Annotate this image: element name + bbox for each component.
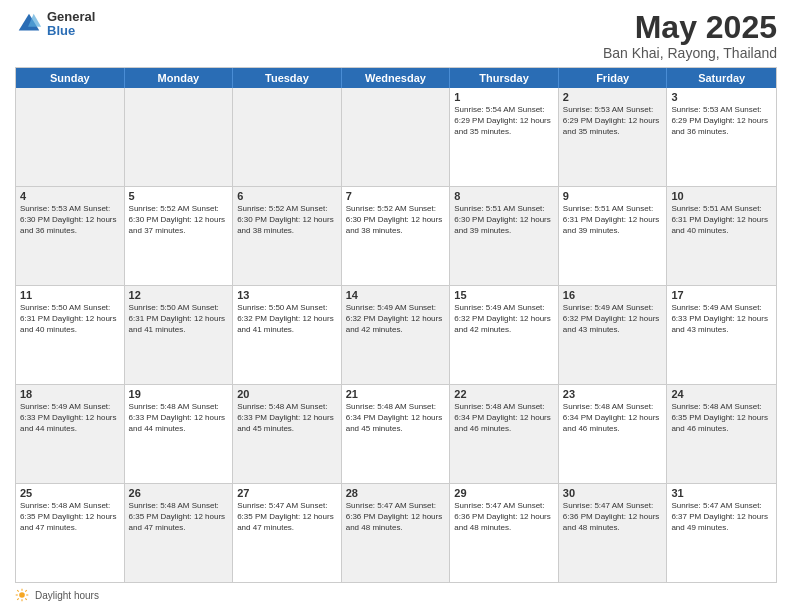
calendar-cell-empty (125, 88, 234, 186)
calendar-cell-2: 2Sunrise: 5:53 AM Sunset: 6:29 PM Daylig… (559, 88, 668, 186)
day-number: 23 (563, 388, 663, 400)
cell-info: Sunrise: 5:50 AM Sunset: 6:32 PM Dayligh… (237, 303, 337, 335)
calendar-cell-empty (342, 88, 451, 186)
cell-info: Sunrise: 5:48 AM Sunset: 6:33 PM Dayligh… (129, 402, 229, 434)
cell-info: Sunrise: 5:51 AM Sunset: 6:31 PM Dayligh… (563, 204, 663, 236)
day-number: 27 (237, 487, 337, 499)
calendar-cell-26: 26Sunrise: 5:48 AM Sunset: 6:35 PM Dayli… (125, 484, 234, 582)
calendar-cell-1: 1Sunrise: 5:54 AM Sunset: 6:29 PM Daylig… (450, 88, 559, 186)
logo: General Blue (15, 10, 95, 39)
day-number: 28 (346, 487, 446, 499)
cell-info: Sunrise: 5:53 AM Sunset: 6:29 PM Dayligh… (563, 105, 663, 137)
calendar-row-4: 18Sunrise: 5:49 AM Sunset: 6:33 PM Dayli… (16, 385, 776, 484)
cell-info: Sunrise: 5:53 AM Sunset: 6:30 PM Dayligh… (20, 204, 120, 236)
cell-info: Sunrise: 5:52 AM Sunset: 6:30 PM Dayligh… (237, 204, 337, 236)
cell-info: Sunrise: 5:50 AM Sunset: 6:31 PM Dayligh… (129, 303, 229, 335)
weekday-header-friday: Friday (559, 68, 668, 88)
calendar-cell-20: 20Sunrise: 5:48 AM Sunset: 6:33 PM Dayli… (233, 385, 342, 483)
main-title: May 2025 (603, 10, 777, 45)
svg-point-2 (19, 592, 25, 598)
cell-info: Sunrise: 5:47 AM Sunset: 6:36 PM Dayligh… (346, 501, 446, 533)
day-number: 16 (563, 289, 663, 301)
cell-info: Sunrise: 5:48 AM Sunset: 6:35 PM Dayligh… (129, 501, 229, 533)
logo-blue-text: Blue (47, 24, 95, 38)
day-number: 9 (563, 190, 663, 202)
calendar-cell-27: 27Sunrise: 5:47 AM Sunset: 6:35 PM Dayli… (233, 484, 342, 582)
day-number: 5 (129, 190, 229, 202)
cell-info: Sunrise: 5:51 AM Sunset: 6:31 PM Dayligh… (671, 204, 772, 236)
cell-info: Sunrise: 5:48 AM Sunset: 6:35 PM Dayligh… (20, 501, 120, 533)
day-number: 29 (454, 487, 554, 499)
weekday-header-wednesday: Wednesday (342, 68, 451, 88)
svg-line-7 (17, 590, 18, 591)
subtitle: Ban Khai, Rayong, Thailand (603, 45, 777, 61)
day-number: 7 (346, 190, 446, 202)
calendar-cell-12: 12Sunrise: 5:50 AM Sunset: 6:31 PM Dayli… (125, 286, 234, 384)
day-number: 21 (346, 388, 446, 400)
day-number: 25 (20, 487, 120, 499)
weekday-header-saturday: Saturday (667, 68, 776, 88)
cell-info: Sunrise: 5:48 AM Sunset: 6:34 PM Dayligh… (346, 402, 446, 434)
calendar-cell-25: 25Sunrise: 5:48 AM Sunset: 6:35 PM Dayli… (16, 484, 125, 582)
day-number: 12 (129, 289, 229, 301)
cell-info: Sunrise: 5:49 AM Sunset: 6:32 PM Dayligh… (454, 303, 554, 335)
cell-info: Sunrise: 5:49 AM Sunset: 6:33 PM Dayligh… (20, 402, 120, 434)
day-number: 11 (20, 289, 120, 301)
calendar-body: 1Sunrise: 5:54 AM Sunset: 6:29 PM Daylig… (16, 88, 776, 582)
calendar-cell-11: 11Sunrise: 5:50 AM Sunset: 6:31 PM Dayli… (16, 286, 125, 384)
calendar: SundayMondayTuesdayWednesdayThursdayFrid… (15, 67, 777, 583)
day-number: 30 (563, 487, 663, 499)
day-number: 14 (346, 289, 446, 301)
title-block: May 2025 Ban Khai, Rayong, Thailand (603, 10, 777, 61)
day-number: 19 (129, 388, 229, 400)
svg-line-10 (17, 598, 18, 599)
logo-text: General Blue (47, 10, 95, 39)
day-number: 8 (454, 190, 554, 202)
calendar-cell-28: 28Sunrise: 5:47 AM Sunset: 6:36 PM Dayli… (342, 484, 451, 582)
calendar-cell-18: 18Sunrise: 5:49 AM Sunset: 6:33 PM Dayli… (16, 385, 125, 483)
calendar-cell-empty (16, 88, 125, 186)
calendar-cell-9: 9Sunrise: 5:51 AM Sunset: 6:31 PM Daylig… (559, 187, 668, 285)
sun-icon (15, 588, 29, 602)
cell-info: Sunrise: 5:47 AM Sunset: 6:36 PM Dayligh… (454, 501, 554, 533)
calendar-cell-7: 7Sunrise: 5:52 AM Sunset: 6:30 PM Daylig… (342, 187, 451, 285)
day-number: 22 (454, 388, 554, 400)
day-number: 20 (237, 388, 337, 400)
day-number: 10 (671, 190, 772, 202)
calendar-cell-3: 3Sunrise: 5:53 AM Sunset: 6:29 PM Daylig… (667, 88, 776, 186)
footer-label: Daylight hours (35, 590, 99, 601)
cell-info: Sunrise: 5:48 AM Sunset: 6:34 PM Dayligh… (454, 402, 554, 434)
calendar-cell-19: 19Sunrise: 5:48 AM Sunset: 6:33 PM Dayli… (125, 385, 234, 483)
cell-info: Sunrise: 5:54 AM Sunset: 6:29 PM Dayligh… (454, 105, 554, 137)
svg-line-9 (25, 590, 26, 591)
calendar-cell-21: 21Sunrise: 5:48 AM Sunset: 6:34 PM Dayli… (342, 385, 451, 483)
day-number: 1 (454, 91, 554, 103)
svg-line-8 (25, 598, 26, 599)
day-number: 4 (20, 190, 120, 202)
weekday-header-tuesday: Tuesday (233, 68, 342, 88)
cell-info: Sunrise: 5:52 AM Sunset: 6:30 PM Dayligh… (129, 204, 229, 236)
cell-info: Sunrise: 5:48 AM Sunset: 6:35 PM Dayligh… (671, 402, 772, 434)
calendar-cell-22: 22Sunrise: 5:48 AM Sunset: 6:34 PM Dayli… (450, 385, 559, 483)
cell-info: Sunrise: 5:47 AM Sunset: 6:37 PM Dayligh… (671, 501, 772, 533)
header: General Blue May 2025 Ban Khai, Rayong, … (15, 10, 777, 61)
day-number: 31 (671, 487, 772, 499)
calendar-cell-14: 14Sunrise: 5:49 AM Sunset: 6:32 PM Dayli… (342, 286, 451, 384)
page: General Blue May 2025 Ban Khai, Rayong, … (0, 0, 792, 612)
calendar-row-5: 25Sunrise: 5:48 AM Sunset: 6:35 PM Dayli… (16, 484, 776, 582)
day-number: 18 (20, 388, 120, 400)
calendar-cell-16: 16Sunrise: 5:49 AM Sunset: 6:32 PM Dayli… (559, 286, 668, 384)
cell-info: Sunrise: 5:47 AM Sunset: 6:35 PM Dayligh… (237, 501, 337, 533)
cell-info: Sunrise: 5:49 AM Sunset: 6:32 PM Dayligh… (346, 303, 446, 335)
day-number: 2 (563, 91, 663, 103)
cell-info: Sunrise: 5:49 AM Sunset: 6:33 PM Dayligh… (671, 303, 772, 335)
weekday-header-sunday: Sunday (16, 68, 125, 88)
footer: Daylight hours (15, 588, 777, 602)
weekday-header-thursday: Thursday (450, 68, 559, 88)
day-number: 6 (237, 190, 337, 202)
cell-info: Sunrise: 5:49 AM Sunset: 6:32 PM Dayligh… (563, 303, 663, 335)
calendar-cell-31: 31Sunrise: 5:47 AM Sunset: 6:37 PM Dayli… (667, 484, 776, 582)
cell-info: Sunrise: 5:51 AM Sunset: 6:30 PM Dayligh… (454, 204, 554, 236)
calendar-cell-5: 5Sunrise: 5:52 AM Sunset: 6:30 PM Daylig… (125, 187, 234, 285)
calendar-row-2: 4Sunrise: 5:53 AM Sunset: 6:30 PM Daylig… (16, 187, 776, 286)
